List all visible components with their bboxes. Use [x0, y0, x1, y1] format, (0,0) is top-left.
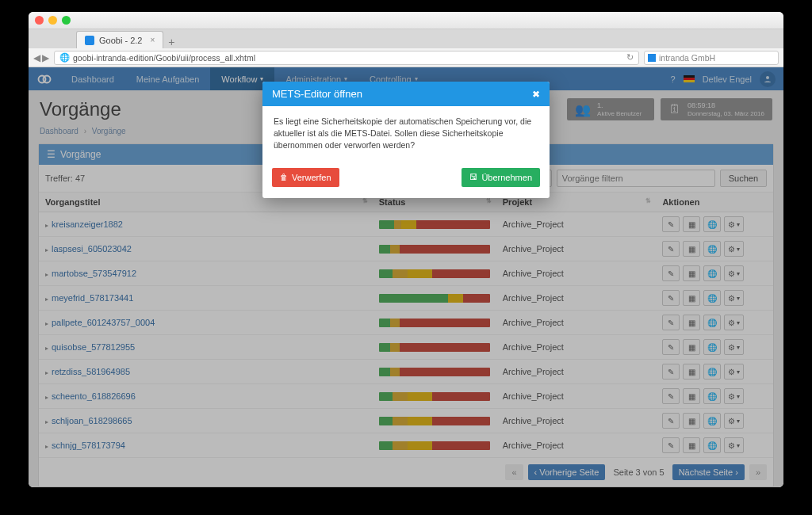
- modal-body: Es liegt eine Sicherheitskopie der autom…: [262, 106, 550, 162]
- modal-dialog: METS-Editor öffnen ✖ Es liegt eine Siche…: [262, 82, 550, 198]
- back-icon[interactable]: ◀: [33, 52, 40, 63]
- browser-window: Goobi - 2.2 × + ◀ ▶ 🌐 goobi-intranda-edi…: [29, 12, 783, 487]
- tab-close-icon[interactable]: ×: [150, 36, 155, 44]
- modal-header: METS-Editor öffnen ✖: [262, 82, 550, 106]
- modal-title: METS-Editor öffnen: [272, 88, 362, 100]
- tab-strip: Goobi - 2.2 × +: [29, 29, 783, 48]
- tab-title: Goobi - 2.2: [99, 36, 142, 45]
- nav-arrows: ◀ ▶: [33, 52, 49, 63]
- toolbar: ◀ ▶ 🌐 goobi-intranda-edition/Goobi/uii/p…: [29, 48, 783, 67]
- browser-search[interactable]: intranda GmbH: [644, 51, 779, 65]
- globe-icon: 🌐: [59, 52, 70, 63]
- url-input[interactable]: 🌐 goobi-intranda-edition/Goobi/uii/proce…: [54, 51, 639, 65]
- search-provider-icon: [648, 54, 656, 62]
- save-icon: 🖫: [469, 173, 477, 181]
- modal-footer: 🗑 Verwerfen 🖫 Übernehmen: [262, 162, 550, 198]
- new-tab-button[interactable]: +: [163, 36, 179, 48]
- forward-icon[interactable]: ▶: [42, 52, 49, 63]
- close-icon[interactable]: ✖: [532, 89, 540, 100]
- zoom-icon[interactable]: [62, 16, 71, 25]
- tab-active[interactable]: Goobi - 2.2 ×: [76, 31, 163, 48]
- minimize-icon[interactable]: [48, 16, 57, 25]
- trash-icon: 🗑: [280, 173, 288, 181]
- search-placeholder: intranda GmbH: [659, 53, 715, 63]
- titlebar: [29, 12, 783, 29]
- reload-icon[interactable]: ↻: [626, 52, 634, 63]
- page: DashboardMeine AufgabenWorkflow ▾Adminis…: [29, 67, 783, 487]
- discard-button[interactable]: 🗑 Verwerfen: [272, 168, 339, 187]
- favicon-icon: [85, 36, 94, 45]
- accept-button[interactable]: 🖫 Übernehmen: [462, 168, 540, 187]
- url-text: goobi-intranda-edition/Goobi/uii/process…: [73, 53, 255, 63]
- close-icon[interactable]: [35, 16, 44, 25]
